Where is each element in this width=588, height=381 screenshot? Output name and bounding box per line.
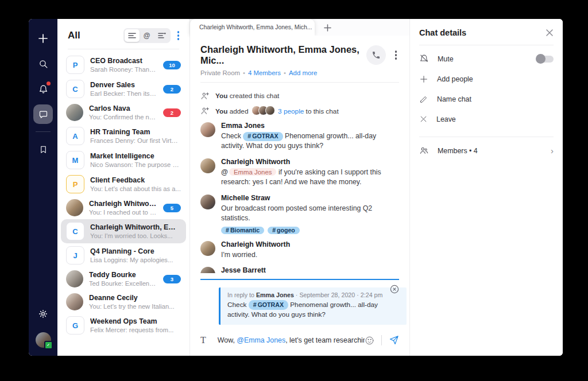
conversation-name: Client Feedback bbox=[90, 176, 181, 184]
tab-conversation[interactable]: Charleigh Whitworth, Emma Jones, Mich... bbox=[190, 19, 315, 36]
chat-menu-button[interactable] bbox=[393, 48, 400, 62]
hashtag-pill[interactable]: #GOTRAX bbox=[243, 132, 283, 141]
plus-button[interactable] bbox=[33, 29, 53, 48]
settings-button[interactable] bbox=[33, 304, 53, 324]
filter-all-button[interactable] bbox=[125, 29, 140, 42]
members-icon bbox=[419, 146, 429, 155]
conversation-item[interactable]: Teddy BourkeTed Bourke: Excellent, i wil… bbox=[61, 267, 186, 290]
conversation-item[interactable]: MMarket IntelligenceNico Swanson: The pu… bbox=[61, 148, 186, 172]
mute-action[interactable]: Mute bbox=[419, 49, 554, 69]
divider bbox=[381, 335, 382, 345]
divider bbox=[419, 45, 554, 45]
reply-time: 2:24 pm bbox=[361, 291, 383, 298]
search-button[interactable] bbox=[33, 54, 53, 73]
mention[interactable]: @Emma Jones bbox=[221, 168, 276, 176]
conversation-item[interactable]: PClient FeedbackYou: Let's chat about th… bbox=[61, 172, 186, 196]
conversation-item[interactable]: Charleigh WhitworthYou: I reached out to… bbox=[61, 196, 186, 219]
message-list: You created this chatYou added 3 people … bbox=[190, 83, 409, 273]
details-close-button[interactable] bbox=[546, 29, 554, 37]
chat-list-menu-button[interactable] bbox=[175, 29, 182, 42]
plus-icon bbox=[324, 24, 331, 32]
members-link[interactable]: 4 Members bbox=[248, 69, 281, 76]
message-tags: #Biomantic#gogeo bbox=[221, 227, 399, 234]
format-text-button[interactable]: T bbox=[200, 335, 206, 345]
hashtag-pill[interactable]: #Biomantic bbox=[221, 227, 264, 234]
leave-action[interactable]: Leave bbox=[419, 109, 554, 129]
person-add-icon bbox=[200, 106, 210, 115]
conversation-item[interactable]: JQ4 Planning - CoreLisa Loggins: My apol… bbox=[61, 243, 186, 267]
add-more-link[interactable]: Add more bbox=[289, 69, 317, 76]
emoji-button[interactable] bbox=[365, 336, 374, 345]
notifications-button[interactable] bbox=[33, 79, 53, 99]
conversation-item[interactable]: Carlos NavaYou: Confirmed the numbers...… bbox=[61, 101, 186, 124]
conversation-avatar: J bbox=[66, 246, 84, 265]
new-tab-button[interactable] bbox=[319, 20, 335, 36]
details-title: Chat details bbox=[419, 28, 466, 37]
reply-close-button[interactable] bbox=[390, 285, 399, 294]
tab-bar: Charleigh Whitworth, Emma Jones, Mich... bbox=[190, 19, 409, 36]
message-avatar bbox=[200, 195, 215, 209]
add-people-action[interactable]: Add people bbox=[419, 69, 554, 89]
reply-preview-card: In reply to Emma Jones · September 28, 2… bbox=[219, 287, 407, 325]
call-button[interactable] bbox=[366, 45, 386, 65]
text-link[interactable]: @Emma Jones bbox=[237, 336, 285, 344]
bookmark-button[interactable] bbox=[33, 139, 53, 159]
chat-button[interactable] bbox=[33, 104, 53, 124]
conversation-preview: You: I reached out to Derek... bbox=[89, 209, 157, 216]
conversation-item[interactable]: Deanne CecilyYou: Let's try the new Ital… bbox=[61, 290, 186, 313]
chat-subtitle: Private Room•4 Members•Add more bbox=[200, 69, 366, 76]
members-row[interactable]: Members • 4 › bbox=[419, 141, 554, 161]
message-author: Charleigh Whitworth bbox=[221, 158, 399, 166]
hashtag-pill[interactable]: #GOTRAX bbox=[249, 300, 288, 310]
hashtag-pill[interactable]: #gogeo bbox=[268, 227, 300, 234]
user-avatar[interactable]: ✓ bbox=[36, 332, 51, 348]
conversation-list: PCEO BroadcastSarah Rooney: Thank you al… bbox=[57, 52, 189, 356]
conversation-preview: Sarah Rooney: Thank you all... bbox=[90, 66, 157, 73]
chat-list-sidebar: All @ PCEO BroadcastSarah Rooney: Thank … bbox=[57, 19, 190, 356]
text-link[interactable]: 3 people bbox=[278, 107, 304, 115]
divider bbox=[419, 137, 554, 137]
reply-quoted-text: Check #GOTRAX Phenomenal growth... all-d… bbox=[227, 300, 400, 320]
conversation-name: Weekend Ops Team bbox=[90, 317, 181, 325]
message-text: Check #GOTRAX Phenomenal growth... all-d… bbox=[221, 131, 399, 151]
online-status-badge: ✓ bbox=[44, 341, 53, 349]
conversation-item[interactable]: PCEO BroadcastSarah Rooney: Thank you al… bbox=[61, 53, 186, 77]
conversation-item[interactable]: GWeekend Ops TeamFelix Mercer: requests … bbox=[61, 313, 186, 337]
conversation-preview: You: Let's chat about this as a... bbox=[90, 185, 181, 192]
chat-filter-segment: @ bbox=[123, 28, 171, 43]
reply-author: Emma Jones bbox=[256, 291, 294, 298]
message-avatar bbox=[200, 267, 215, 273]
divider bbox=[68, 49, 179, 49]
chat-message: Charleigh WhitworthI'm worried. bbox=[200, 240, 399, 260]
send-button[interactable] bbox=[389, 335, 399, 345]
action-label: Leave bbox=[436, 115, 554, 123]
conversation-item[interactable]: CDenver SalesEarl Becker: Then its the..… bbox=[61, 77, 186, 101]
system-message: You added 3 people to this chat bbox=[200, 106, 399, 115]
conversation-preview: Earl Becker: Then its the... bbox=[90, 90, 157, 97]
filter-unread-button[interactable] bbox=[154, 29, 169, 42]
leave-x-icon bbox=[419, 115, 428, 123]
message-composer: T Wow, @Emma Jones, let's get team resea… bbox=[190, 325, 409, 356]
reply-zone: In reply to Emma Jones · September 28, 2… bbox=[190, 273, 409, 325]
person-add-icon bbox=[200, 91, 210, 100]
conversation-item[interactable]: CCharleigh Whitworth, Emma Jones...You: … bbox=[61, 219, 186, 243]
chat-details-panel: Chat details MuteAdd peopleName chatLeav… bbox=[409, 19, 563, 356]
mute-toggle[interactable] bbox=[536, 56, 554, 63]
filter-mentions-button[interactable]: @ bbox=[140, 29, 154, 42]
conversation-name: Charleigh Whitworth, Emma Jones... bbox=[90, 223, 181, 231]
app-window: ✓ All @ PCEO BroadcastSarah Rooney: Than… bbox=[29, 19, 563, 356]
name-chat-action[interactable]: Name chat bbox=[419, 89, 554, 109]
conversation-preview: Lisa Loggins: My apologies... bbox=[90, 256, 181, 263]
unread-badge: 5 bbox=[163, 204, 181, 212]
conversation-avatar: C bbox=[66, 222, 84, 240]
conversation-name: CEO Broadcast bbox=[90, 57, 157, 65]
conversation-preview: You: Let's try the new Italian... bbox=[89, 303, 181, 310]
hash-icon: # bbox=[226, 227, 229, 234]
conversation-item[interactable]: AHR Training TeamFrances Denny: Our firs… bbox=[61, 124, 186, 148]
search-icon bbox=[38, 59, 48, 69]
chat-list-title: All bbox=[68, 30, 80, 41]
chat-main: Charleigh Whitworth, Emma Jones, Mich...… bbox=[190, 19, 409, 356]
composer-input[interactable]: Wow, @Emma Jones, let's get team researc… bbox=[218, 336, 365, 344]
chat-message: Emma JonesCheck #GOTRAX Phenomenal growt… bbox=[200, 122, 399, 151]
conversation-name: Denver Sales bbox=[90, 81, 157, 89]
